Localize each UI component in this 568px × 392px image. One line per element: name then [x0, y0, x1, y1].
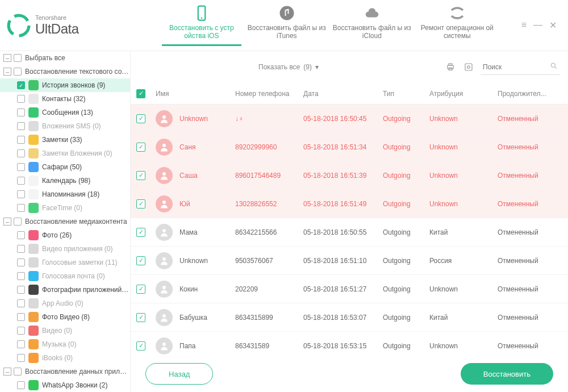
- settings-icon[interactable]: [462, 61, 475, 73]
- sidebar-item[interactable]: Музыка (0): [0, 337, 130, 351]
- minimize-icon[interactable]: —: [533, 20, 542, 30]
- print-icon[interactable]: [444, 61, 457, 73]
- col-phone[interactable]: Номер телефона: [235, 90, 303, 98]
- sidebar-item[interactable]: Фотографии приложений (24: [0, 283, 130, 297]
- nav-tab-0[interactable]: Восстановить с устр ойства iOS: [162, 5, 241, 46]
- sidebar-item[interactable]: WhatsApp Звонки (2): [0, 378, 130, 392]
- item-checkbox[interactable]: [17, 81, 25, 89]
- sidebar-item[interactable]: Голосовая почта (0): [0, 269, 130, 283]
- group-checkbox[interactable]: [14, 218, 22, 226]
- item-checkbox[interactable]: [17, 286, 25, 294]
- table-row[interactable]: Unknown950357606705-18-2018 16:51:10Outg…: [131, 247, 568, 275]
- sidebar-item[interactable]: Заметки Вложения (0): [0, 147, 130, 160]
- close-icon[interactable]: ✕: [549, 20, 557, 31]
- item-checkbox[interactable]: [17, 313, 25, 321]
- item-checkbox[interactable]: [17, 231, 25, 239]
- col-date[interactable]: Дата: [303, 90, 383, 98]
- row-checkbox[interactable]: [136, 199, 145, 208]
- item-checkbox[interactable]: [17, 381, 25, 389]
- expand-icon[interactable]: –: [3, 218, 11, 226]
- row-checkbox[interactable]: [136, 228, 145, 237]
- row-checkbox[interactable]: [136, 313, 145, 322]
- item-checkbox[interactable]: [17, 190, 25, 198]
- col-attr[interactable]: Атрибуция: [429, 90, 498, 98]
- item-label: Сообщения (13): [42, 109, 93, 116]
- table-row[interactable]: Папа86343158905-18-2018 16:53:15Outgoing…: [131, 332, 568, 356]
- row-checkbox[interactable]: [136, 285, 145, 294]
- col-type[interactable]: Тип: [383, 90, 429, 98]
- expand-icon[interactable]: –: [3, 68, 11, 76]
- recover-button[interactable]: Восстановить: [461, 363, 553, 385]
- sidebar-item[interactable]: App Audio (0): [0, 297, 130, 310]
- table-row[interactable]: Юй1302882655205-18-2018 16:51:49Outgoing…: [131, 190, 568, 218]
- item-checkbox[interactable]: [17, 258, 25, 266]
- expand-icon[interactable]: –: [3, 368, 11, 376]
- search-box[interactable]: [481, 59, 560, 75]
- sidebar-group[interactable]: –Восстановление текстового содержи: [0, 65, 130, 78]
- sidebar-item[interactable]: Календарь (98): [0, 174, 130, 187]
- search-icon[interactable]: [550, 62, 558, 72]
- item-checkbox[interactable]: [17, 163, 25, 171]
- row-checkbox[interactable]: [136, 114, 145, 123]
- item-checkbox[interactable]: [17, 299, 25, 307]
- item-checkbox[interactable]: [17, 122, 25, 130]
- menu-icon[interactable]: ≡: [521, 20, 527, 30]
- cell-date: 05-18-2018 16:53:15: [303, 342, 383, 350]
- filter-dropdown[interactable]: Показать все (9) ▾: [258, 63, 319, 71]
- table-row[interactable]: Саня8920299996005-18-2018 16:51:34Outgoi…: [131, 133, 568, 161]
- item-checkbox[interactable]: [17, 149, 25, 157]
- nav-tab-1[interactable]: Восстановить файл ы из iTunes: [247, 5, 327, 46]
- item-checkbox[interactable]: [17, 272, 25, 280]
- sidebar-item[interactable]: История звонков (9): [0, 78, 130, 92]
- item-icon: [28, 326, 39, 336]
- col-name[interactable]: Имя: [156, 90, 235, 98]
- item-checkbox[interactable]: [17, 327, 25, 335]
- row-checkbox[interactable]: [136, 256, 145, 265]
- group-checkbox[interactable]: [14, 68, 22, 76]
- sidebar-item[interactable]: Голосовые заметки (11): [0, 256, 130, 269]
- item-checkbox[interactable]: [17, 177, 25, 185]
- select-all-row[interactable]: – Выбрать все: [0, 51, 130, 65]
- item-checkbox[interactable]: [17, 354, 25, 362]
- table-row[interactable]: Саша89601754648905-18-2018 16:51:39Outgo…: [131, 161, 568, 190]
- sidebar-item[interactable]: Видео приложения (0): [0, 242, 130, 256]
- sidebar-group[interactable]: –Восстановление данных приложений: [0, 365, 130, 378]
- sidebar-item[interactable]: Заметки (33): [0, 133, 130, 147]
- table-row[interactable]: Бабушка863431589905-18-2018 16:53:07Outg…: [131, 303, 568, 332]
- sidebar-item[interactable]: Видео (0): [0, 324, 130, 337]
- item-checkbox[interactable]: [17, 109, 25, 116]
- select-all-checkbox[interactable]: [14, 54, 22, 62]
- row-checkbox[interactable]: [136, 171, 145, 180]
- sidebar-item[interactable]: iBooks (0): [0, 351, 130, 365]
- table-row[interactable]: Unknown↓♀05-18-2018 16:50:45OutgoingUnkn…: [131, 105, 568, 133]
- nav-tab-3[interactable]: Ремонт операционн ой системы: [417, 5, 497, 46]
- item-checkbox[interactable]: [17, 340, 25, 348]
- back-button[interactable]: Назад: [145, 363, 213, 385]
- collapse-icon[interactable]: –: [3, 54, 11, 62]
- table-row[interactable]: Кокин20220905-18-2018 16:51:27OutgoingUn…: [131, 275, 568, 303]
- sidebar[interactable]: – Выбрать все –Восстановление текстового…: [0, 51, 131, 392]
- group-checkbox[interactable]: [14, 368, 22, 376]
- row-checkbox[interactable]: [136, 341, 145, 351]
- sidebar-item[interactable]: Контакты (32): [0, 92, 130, 106]
- sidebar-item[interactable]: Фото (26): [0, 228, 130, 242]
- sidebar-group[interactable]: –Восстановление медиаконтента: [0, 215, 130, 228]
- sidebar-item[interactable]: Сообщения (13): [0, 106, 130, 119]
- item-checkbox[interactable]: [17, 136, 25, 144]
- select-all-rows-checkbox[interactable]: [136, 89, 145, 98]
- sidebar-item[interactable]: Вложения SMS (0): [0, 119, 130, 133]
- table-row[interactable]: Мама8634221556605-18-2018 16:50:55Outgoi…: [131, 218, 568, 247]
- avatar: [156, 309, 173, 326]
- nav-tab-2[interactable]: Восстановить файл ы из iCloud: [332, 5, 412, 46]
- item-icon: [28, 353, 39, 363]
- item-checkbox[interactable]: [17, 204, 25, 212]
- sidebar-item[interactable]: Напоминания (18): [0, 187, 130, 201]
- row-checkbox[interactable]: [136, 143, 145, 152]
- item-checkbox[interactable]: [17, 245, 25, 253]
- search-input[interactable]: [483, 63, 540, 71]
- col-dur[interactable]: Продолжител...: [498, 90, 568, 98]
- sidebar-item[interactable]: Сафари (50): [0, 160, 130, 174]
- item-checkbox[interactable]: [17, 95, 25, 103]
- sidebar-item[interactable]: FaceTime (0): [0, 201, 130, 215]
- sidebar-item[interactable]: Фото Видео (8): [0, 310, 130, 324]
